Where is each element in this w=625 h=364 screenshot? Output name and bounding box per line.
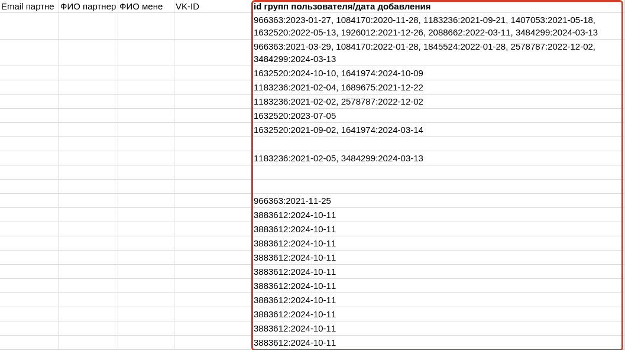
empty-cell[interactable] [118, 40, 174, 66]
empty-cell[interactable] [59, 151, 118, 165]
data-cell[interactable]: 1632520:2024-10-10, 1641974:2024-10-09 [251, 66, 624, 80]
empty-cell[interactable] [118, 137, 174, 151]
data-cell[interactable]: 1632520:2021-09-02, 1641974:2024-03-14 [251, 123, 624, 137]
empty-cell[interactable] [174, 123, 251, 137]
empty-cell[interactable] [0, 307, 59, 321]
empty-cell[interactable] [0, 137, 59, 151]
header-group-ids[interactable]: id групп пользователя/дата добавления [251, 0, 624, 13]
empty-cell[interactable] [0, 194, 59, 208]
data-cell[interactable] [251, 137, 624, 151]
empty-cell[interactable] [59, 137, 118, 151]
empty-cell[interactable] [0, 66, 59, 80]
empty-cell[interactable] [118, 208, 174, 222]
empty-cell[interactable] [118, 80, 174, 95]
empty-cell[interactable] [174, 222, 251, 236]
header-fio-manager[interactable]: ФИО мене [118, 0, 174, 13]
empty-cell[interactable] [0, 123, 59, 137]
empty-cell[interactable] [118, 123, 174, 137]
data-cell[interactable]: 1183236:2021-02-04, 1689675:2021-12-22 [251, 80, 624, 95]
empty-cell[interactable] [118, 222, 174, 236]
empty-cell[interactable] [174, 66, 251, 80]
empty-cell[interactable] [118, 95, 174, 109]
empty-cell[interactable] [0, 80, 59, 95]
empty-cell[interactable] [0, 208, 59, 222]
empty-cell[interactable] [118, 336, 174, 350]
data-cell[interactable]: 1183236:2021-02-02, 2578787:2022-12-02 [251, 95, 624, 109]
empty-cell[interactable] [174, 40, 251, 66]
empty-cell[interactable] [59, 336, 118, 350]
empty-cell[interactable] [118, 66, 174, 80]
empty-cell[interactable] [59, 222, 118, 236]
header-email-partner[interactable]: Email партне [0, 0, 59, 13]
data-cell[interactable]: 3883612:2024-10-11 [251, 293, 624, 307]
empty-cell[interactable] [0, 222, 59, 236]
empty-cell[interactable] [118, 279, 174, 293]
data-cell[interactable]: 3883612:2024-10-11 [251, 251, 624, 265]
empty-cell[interactable] [174, 265, 251, 279]
data-cell[interactable]: 3883612:2024-10-11 [251, 307, 624, 321]
empty-cell[interactable] [0, 109, 59, 123]
empty-cell[interactable] [174, 307, 251, 321]
empty-cell[interactable] [59, 109, 118, 123]
empty-cell[interactable] [118, 180, 174, 194]
empty-cell[interactable] [174, 13, 251, 40]
data-cell[interactable]: 3883612:2024-10-11 [251, 321, 624, 336]
empty-cell[interactable] [59, 95, 118, 109]
empty-cell[interactable] [59, 265, 118, 279]
empty-cell[interactable] [174, 336, 251, 350]
data-cell[interactable] [251, 180, 624, 194]
empty-cell[interactable] [118, 109, 174, 123]
empty-cell[interactable] [59, 165, 118, 180]
empty-cell[interactable] [118, 265, 174, 279]
empty-cell[interactable] [174, 165, 251, 180]
empty-cell[interactable] [118, 251, 174, 265]
empty-cell[interactable] [174, 251, 251, 265]
empty-cell[interactable] [174, 279, 251, 293]
empty-cell[interactable] [174, 194, 251, 208]
empty-cell[interactable] [118, 194, 174, 208]
empty-cell[interactable] [59, 307, 118, 321]
empty-cell[interactable] [59, 208, 118, 222]
empty-cell[interactable] [59, 321, 118, 336]
header-vk-id[interactable]: VK-ID [174, 0, 251, 13]
empty-cell[interactable] [0, 265, 59, 279]
empty-cell[interactable] [59, 236, 118, 251]
empty-cell[interactable] [59, 123, 118, 137]
empty-cell[interactable] [59, 66, 118, 80]
data-cell[interactable]: 3883612:2024-10-11 [251, 208, 624, 222]
empty-cell[interactable] [174, 208, 251, 222]
empty-cell[interactable] [59, 293, 118, 307]
data-cell[interactable]: 3883612:2024-10-11 [251, 265, 624, 279]
empty-cell[interactable] [59, 180, 118, 194]
header-fio-partner[interactable]: ФИО партнер [59, 0, 118, 13]
data-cell[interactable]: 966363:2023-01-27, 1084170:2020-11-28, 1… [251, 13, 624, 40]
empty-cell[interactable] [0, 293, 59, 307]
empty-cell[interactable] [0, 180, 59, 194]
empty-cell[interactable] [118, 151, 174, 165]
empty-cell[interactable] [59, 279, 118, 293]
empty-cell[interactable] [174, 109, 251, 123]
empty-cell[interactable] [118, 236, 174, 251]
data-cell[interactable]: 966363:2021-11-25 [251, 194, 624, 208]
empty-cell[interactable] [59, 194, 118, 208]
data-cell[interactable] [251, 165, 624, 180]
empty-cell[interactable] [174, 151, 251, 165]
empty-cell[interactable] [0, 151, 59, 165]
empty-cell[interactable] [174, 137, 251, 151]
empty-cell[interactable] [174, 321, 251, 336]
empty-cell[interactable] [174, 180, 251, 194]
empty-cell[interactable] [0, 165, 59, 180]
empty-cell[interactable] [174, 80, 251, 95]
empty-cell[interactable] [59, 40, 118, 66]
empty-cell[interactable] [118, 165, 174, 180]
empty-cell[interactable] [118, 307, 174, 321]
data-cell[interactable]: 3883612:2024-10-11 [251, 236, 624, 251]
empty-cell[interactable] [59, 13, 118, 40]
empty-cell[interactable] [0, 251, 59, 265]
data-cell[interactable]: 3883612:2024-10-11 [251, 222, 624, 236]
empty-cell[interactable] [118, 293, 174, 307]
empty-cell[interactable] [174, 95, 251, 109]
data-cell[interactable]: 966363:2021-03-29, 1084170:2022-01-28, 1… [251, 40, 624, 66]
empty-cell[interactable] [174, 293, 251, 307]
empty-cell[interactable] [118, 321, 174, 336]
